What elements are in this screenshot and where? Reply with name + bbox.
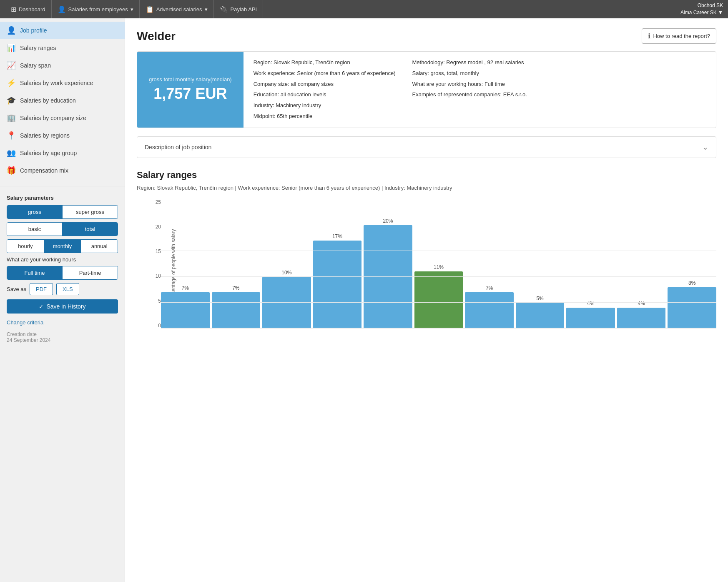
btn-super-gross[interactable]: super gross xyxy=(63,206,118,218)
compensation-mix-icon: 🎁 xyxy=(7,166,16,175)
platform-name: Alma Career SK ▼ xyxy=(680,9,723,16)
summary-detail-item: Company size: all company sizes xyxy=(254,80,396,89)
bar-label: 5% xyxy=(536,296,543,301)
salary-label: gross total monthly salary(median) xyxy=(149,76,232,83)
dropdown-arrow-icon-2: ▾ xyxy=(205,6,208,13)
summary-detail-item: What are your working hours: Full time xyxy=(412,80,527,89)
sidebar-item-label-job-profile: Job profile xyxy=(20,27,47,34)
how-to-read-button[interactable]: ℹ How to read the report? xyxy=(642,28,716,44)
type-toggle-group: basic total xyxy=(7,222,118,236)
gross-toggle-group: gross super gross xyxy=(7,205,118,219)
nav-dashboard-label: Dashboard xyxy=(19,6,45,13)
sidebar-item-salary-ranges[interactable]: 📊 Salary ranges xyxy=(0,39,125,57)
bar-label: 20% xyxy=(383,218,393,224)
company-size-icon: 🏢 xyxy=(7,113,16,123)
salary-ranges-chart: The percentage of people with salary 25 … xyxy=(137,199,716,358)
nav-paylab-api[interactable]: 🔌 Paylab API xyxy=(214,0,264,18)
sidebar-item-education[interactable]: 🎓 Salaries by education xyxy=(0,92,125,109)
bar-column: 4% xyxy=(617,199,666,329)
salary-ranges-subtitle: Region: Slovak Republic, Trenčín region … xyxy=(137,185,716,191)
advertised-salaries-icon: 📋 xyxy=(146,5,154,13)
btn-gross[interactable]: gross xyxy=(7,206,63,218)
y-label-5: 5 xyxy=(158,298,161,304)
summary-card: gross total monthly salary(median) 1,757… xyxy=(137,51,716,128)
nav-advertised-salaries[interactable]: 📋 Advertised salaries ▾ xyxy=(140,0,214,18)
bar-column: 11% xyxy=(414,199,463,329)
change-criteria-link[interactable]: Change criteria xyxy=(7,319,118,326)
main-content: Welder ℹ How to read the report? gross t… xyxy=(125,18,728,582)
y-axis: 25 20 15 10 5 0 xyxy=(153,199,161,329)
salary-parameters-title: Salary parameters xyxy=(7,195,118,201)
description-row[interactable]: Description of job position ⌄ xyxy=(137,136,716,158)
btn-pdf[interactable]: PDF xyxy=(30,283,53,295)
bar-blue xyxy=(212,292,261,329)
sidebar-item-age-group[interactable]: 👥 Salaries by age group xyxy=(0,144,125,162)
regions-icon: 📍 xyxy=(7,131,16,140)
sidebar-item-label-education: Salaries by education xyxy=(20,97,76,104)
summary-detail-item: Education: all education levels xyxy=(254,90,396,99)
y-label-10: 10 xyxy=(156,273,161,279)
btn-basic[interactable]: basic xyxy=(7,223,63,236)
bar-column: 10% xyxy=(262,199,311,329)
sidebar-item-label-salary-span: Salary span xyxy=(20,62,51,69)
btn-hourly[interactable]: hourly xyxy=(7,240,44,253)
dashboard-icon: ⊞ xyxy=(11,5,16,13)
bar-blue xyxy=(313,241,362,329)
summary-detail-item: Salary: gross, total, monthly xyxy=(412,69,527,78)
bar-label: 7% xyxy=(232,285,239,291)
save-as-label: Save as xyxy=(7,286,26,292)
info-icon: ℹ xyxy=(648,32,650,40)
user-info[interactable]: Obchod SK Alma Career SK ▼ xyxy=(680,2,723,16)
bar-label: 17% xyxy=(332,233,342,239)
working-hours-toggle-group: Full time Part-time xyxy=(7,266,118,280)
y-label-20: 20 xyxy=(156,224,161,230)
creation-date-label: Creation date xyxy=(7,331,118,337)
btn-annual[interactable]: annual xyxy=(81,240,118,253)
bar-column: 5% xyxy=(516,199,565,329)
salary-span-icon: 📈 xyxy=(7,61,16,70)
btn-part-time[interactable]: Part-time xyxy=(63,266,118,279)
sidebar-item-work-experience[interactable]: ⚡ Salaries by work experience xyxy=(0,74,125,92)
summary-col-2: Methodology: Regress model , 92 real sal… xyxy=(412,58,527,121)
sidebar-item-label-regions: Salaries by regions xyxy=(20,132,70,139)
bar-green xyxy=(414,271,463,328)
sidebar-item-label-compensation-mix: Compensation mix xyxy=(20,167,68,174)
top-navigation: ⊞ Dashboard 👤 Salaries from employees ▾ … xyxy=(0,0,728,18)
bar-column: 7% xyxy=(212,199,261,329)
salary-ranges-title: Salary ranges xyxy=(137,170,716,181)
summary-col-1: Region: Slovak Republic, Trenčín regionW… xyxy=(254,58,396,121)
bar-label: 4% xyxy=(638,301,645,306)
bar-blue xyxy=(516,303,565,329)
work-experience-icon: ⚡ xyxy=(7,78,16,88)
bar-column: 20% xyxy=(364,199,412,329)
sidebar-item-compensation-mix[interactable]: 🎁 Compensation mix xyxy=(0,162,125,179)
main-layout: 👤 Job profile 📊 Salary ranges 📈 Salary s… xyxy=(0,18,728,582)
bar-blue xyxy=(668,287,716,329)
sidebar-item-company-size[interactable]: 🏢 Salaries by company size xyxy=(0,109,125,127)
paylab-api-icon: 🔌 xyxy=(220,5,228,13)
sidebar-item-salary-span[interactable]: 📈 Salary span xyxy=(0,57,125,74)
checkmark-icon: ✓ xyxy=(39,303,44,310)
bar-label: 7% xyxy=(182,285,189,291)
bar-label: 4% xyxy=(587,301,594,306)
summary-detail-item: Work experience: Senior (more than 6 yea… xyxy=(254,69,396,78)
sidebar-item-job-profile[interactable]: 👤 Job profile xyxy=(0,22,125,39)
bar-blue xyxy=(364,225,412,329)
sidebar-item-label-age-group: Salaries by age group xyxy=(20,150,77,156)
salary-ranges-icon: 📊 xyxy=(7,43,16,53)
bar-blue xyxy=(617,308,666,329)
btn-full-time[interactable]: Full time xyxy=(7,266,63,279)
bar-blue xyxy=(465,292,514,329)
sidebar-item-regions[interactable]: 📍 Salaries by regions xyxy=(0,127,125,144)
btn-save-history[interactable]: ✓ Save in History xyxy=(7,299,118,314)
nav-salaries-employees[interactable]: 👤 Salaries from employees ▾ xyxy=(52,0,140,18)
btn-monthly[interactable]: monthly xyxy=(44,240,81,253)
summary-detail-item: Midpoint: 65th percentile xyxy=(254,112,396,121)
bar-label: 8% xyxy=(688,280,695,286)
bar-blue xyxy=(262,277,311,329)
nav-advertised-salaries-label: Advertised salaries xyxy=(156,6,202,13)
nav-dashboard[interactable]: ⊞ Dashboard xyxy=(5,0,52,18)
job-profile-icon: 👤 xyxy=(7,26,16,35)
btn-xls[interactable]: XLS xyxy=(56,283,79,295)
btn-total[interactable]: total xyxy=(63,223,118,236)
